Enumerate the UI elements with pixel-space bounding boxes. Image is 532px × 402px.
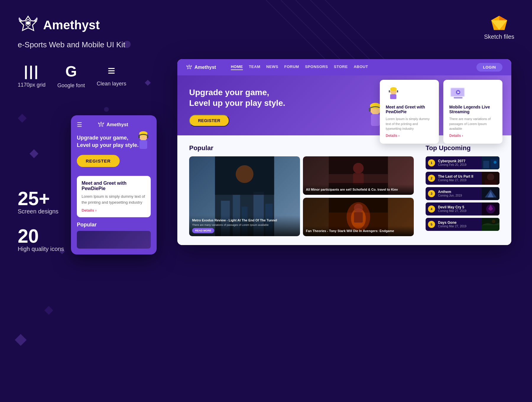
- upcoming-date-5: Coming Mar 27, 2019: [438, 225, 479, 228]
- nav-link-sponsors[interactable]: SPONSORS: [305, 64, 328, 70]
- upcoming-game-title-2: The Last of Us Part II: [438, 174, 479, 179]
- upcoming-item-4[interactable]: 4 Devil May Cry 5 Coming Mar 27, 2019: [426, 202, 499, 215]
- brand-subtitle: e-Sports Web and Mobile UI Kit: [18, 40, 154, 49]
- upcoming-info-2: The Last of Us Part II Coming Mar 27, 20…: [438, 172, 479, 184]
- nav-link-about[interactable]: ABOUT: [354, 64, 368, 70]
- nav-link-store[interactable]: STORE: [334, 64, 348, 70]
- upcoming-rank-4: 4: [428, 205, 435, 213]
- web-register-button[interactable]: REGISTER: [189, 115, 229, 127]
- feature-font-label: Google font: [57, 82, 85, 89]
- web-nav: Amethyst HOME TEAM NEWS FORUM SPONSORS S…: [177, 59, 511, 75]
- character-illustration: [133, 131, 154, 158]
- mobile-mockup: ☰ Amethyst Upgrade your game, Level up y…: [71, 115, 157, 255]
- mobile-card-link[interactable]: Details ›: [82, 208, 146, 213]
- popular-card-2-title: All Minor participants are set! Schofiel…: [306, 187, 411, 192]
- upcoming-game-title-4: Devil May Cry 5: [438, 205, 479, 209]
- cyberpunk-thumb: [482, 156, 499, 169]
- svg-point-66: [494, 161, 497, 164]
- popular-card-main-title: Metro Exodus Review - Light At The End O…: [192, 218, 297, 222]
- sketch-badge: Sketch files: [484, 15, 514, 40]
- popular-card-3[interactable]: Fan Theories - Tony Stark Will Die In Av…: [303, 198, 414, 236]
- feature-grid-label: 1170px grid: [18, 82, 46, 88]
- mobile-card-title: Meet and Greet with PewDiePie: [82, 181, 146, 191]
- upcoming-info-4: Devil May Cry 5 Coming Mar 27, 2019: [438, 203, 479, 215]
- upcoming-info-5: Days Gone Coming Mar 27, 2019: [438, 218, 479, 230]
- web-hero-card-2: Mobile Legends Live Streaming There are …: [443, 80, 502, 144]
- upcoming-thumb-3: [482, 187, 499, 200]
- mobile-register-button[interactable]: REGISTER: [77, 155, 120, 167]
- popular-title: Popular: [189, 144, 414, 152]
- upcoming-item-2[interactable]: 2 The Last of Us Part II Coming Mar 27, …: [426, 172, 499, 185]
- svg-point-61: [354, 204, 363, 213]
- stat-screens-number: 25+: [18, 189, 64, 208]
- card-2-link[interactable]: Details ›: [449, 134, 497, 138]
- svg-rect-43: [454, 97, 463, 99]
- mobile-header: ☰ Amethyst: [77, 121, 151, 128]
- sketch-icon: [490, 15, 508, 31]
- upcoming-section: Top Upcoming 1 Cyberpunk 2077 Coming Feb…: [426, 144, 499, 236]
- feature-layers-label: Clean layers: [97, 81, 126, 87]
- svg-rect-65: [491, 159, 498, 168]
- upcoming-info-1: Cyberpunk 2077 Coming Feb 20, 2019: [438, 157, 479, 169]
- feature-grid: ||| 1170px grid: [18, 64, 46, 89]
- svg-rect-30: [371, 114, 380, 126]
- upcoming-thumb-5: [482, 218, 499, 231]
- popular-card-main-btn[interactable]: READ MORE: [192, 228, 214, 233]
- card-2-title: Mobile Legends Live Streaming: [449, 105, 497, 114]
- upcoming-game-title-1: Cyberpunk 2077: [438, 159, 479, 163]
- nav-link-news[interactable]: NEWS: [266, 64, 278, 70]
- nav-link-home[interactable]: HOME: [231, 64, 243, 70]
- web-nav-links: HOME TEAM NEWS FORUM SPONSORS STORE ABOU…: [231, 64, 471, 70]
- upcoming-item-5[interactable]: 5 Days Gone Coming Mar 27, 2019: [426, 218, 499, 231]
- mobile-brand-name: Amethyst: [107, 122, 128, 127]
- brand-logo-icon: [18, 15, 38, 35]
- popular-card-main-desc: There are many variations of passages of…: [192, 223, 297, 226]
- google-font-icon: G: [65, 64, 77, 79]
- upcoming-item-1[interactable]: 1 Cyberpunk 2077 Coming Feb 20, 2019: [426, 156, 499, 169]
- layers-icon: ≡: [108, 64, 115, 77]
- upcoming-info-3: Anthem Coming Jun, 2019: [438, 187, 479, 200]
- svg-rect-37: [389, 90, 390, 93]
- menu-icon: ☰: [77, 121, 82, 128]
- popular-card-2[interactable]: All Minor participants are set! Schofiel…: [303, 156, 414, 195]
- mobile-popular-image: [77, 231, 151, 249]
- nav-link-team[interactable]: TEAM: [249, 64, 260, 70]
- svg-point-28: [189, 66, 189, 67]
- feature-layers: ≡ Clean layers: [97, 64, 126, 89]
- card-1-title: Meet and Greet with PewDiePie: [386, 105, 433, 114]
- svg-point-51: [236, 165, 254, 183]
- web-nav-brand-name: Amethyst: [194, 65, 216, 70]
- web-hero-title: Upgrade your game, Level up your play st…: [189, 87, 307, 109]
- svg-rect-35: [390, 94, 396, 99]
- svg-point-15: [26, 21, 30, 25]
- upcoming-item-3[interactable]: 3 Anthem Coming Jun, 2019: [426, 187, 499, 200]
- svg-point-17: [100, 124, 102, 125]
- feature-font: G Google font: [57, 64, 85, 89]
- web-nav-brand: Amethyst: [186, 64, 216, 70]
- svg-point-75: [492, 220, 495, 223]
- last-of-us-thumb: [482, 172, 499, 185]
- upcoming-rank-3: 3: [428, 190, 435, 197]
- upcoming-date-4: Coming Mar 27, 2019: [438, 209, 479, 213]
- card-1-link[interactable]: Details ›: [386, 134, 433, 138]
- nav-link-forum[interactable]: FORUM: [284, 64, 299, 70]
- svg-point-31: [370, 103, 381, 109]
- popular-card-main[interactable]: Metro Exodus Review - Light At The End O…: [189, 156, 300, 236]
- svg-rect-69: [485, 180, 497, 185]
- upcoming-list: 1 Cyberpunk 2077 Coming Feb 20, 2019: [426, 156, 499, 231]
- popular-card-2-overlay: All Minor participants are set! Schofiel…: [303, 184, 414, 194]
- popular-card-3-overlay: Fan Theories - Tony Stark Will Die In Av…: [303, 226, 414, 236]
- popular-section: Popular: [189, 144, 414, 236]
- svg-rect-19: [140, 140, 147, 149]
- card-2-text: There are many variations of passages of…: [449, 116, 497, 131]
- stat-icons-label: High quality icons: [18, 246, 64, 252]
- web-login-button[interactable]: LOGIN: [476, 63, 502, 72]
- mobile-popular-label: Popular: [77, 222, 151, 228]
- svg-point-36: [390, 87, 397, 91]
- sketch-label: Sketch files: [484, 33, 514, 40]
- upcoming-game-title-5: Days Gone: [438, 221, 479, 225]
- dmc-thumb: [482, 202, 499, 215]
- upcoming-thumb-2: [482, 172, 499, 185]
- card-2-icon: [449, 86, 467, 100]
- svg-rect-38: [397, 90, 398, 93]
